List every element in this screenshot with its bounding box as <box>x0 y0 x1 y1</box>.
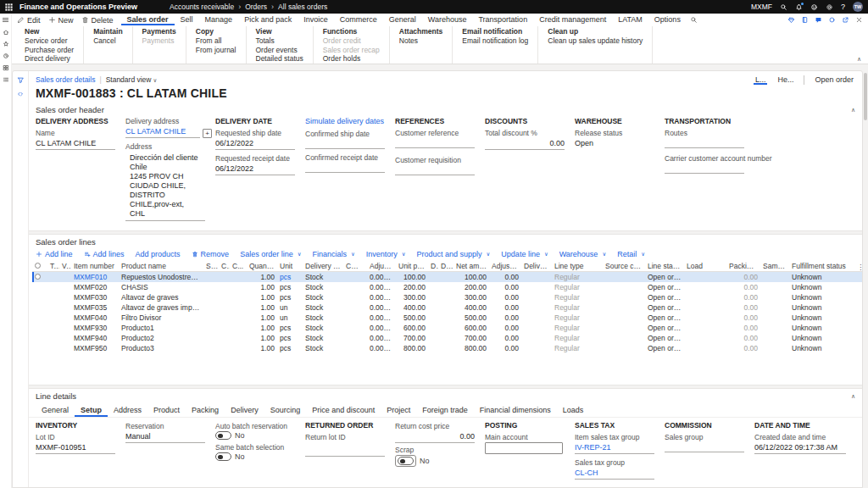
routes-field[interactable] <box>665 138 744 148</box>
action-cancel[interactable]: Cancel <box>93 36 122 46</box>
action-totals[interactable]: Totals <box>256 36 303 46</box>
menu-tab-manage[interactable]: Manage <box>199 14 239 25</box>
lot-id-field[interactable]: MXMF-010951 <box>36 442 115 454</box>
column-header-unit-price[interactable]: Unit price <box>396 261 428 271</box>
delivery-address-field[interactable]: CL LATAM CHILE <box>125 126 200 138</box>
menu-tab-transportation[interactable]: Transportation <box>472 14 533 25</box>
form-caption-link[interactable]: Sales order details <box>36 75 95 84</box>
sales-tax-group-field[interactable]: CL-CH <box>575 468 654 480</box>
simulate-delivery-dates-link[interactable]: Simulate delivery dates <box>305 117 392 126</box>
new-button[interactable]: New <box>48 16 74 25</box>
lines-toolbar-update-line[interactable]: Update line∨ <box>501 250 548 258</box>
close-icon[interactable] <box>855 16 863 24</box>
action-order-events[interactable]: Order events <box>256 46 303 55</box>
menu-tab-invoice[interactable]: Invoice <box>298 14 334 25</box>
breadcrumb-orders[interactable]: Orders <box>245 3 267 11</box>
return-cost-price-field[interactable]: 0.00 <box>395 431 475 443</box>
lines-toolbar-retail[interactable]: Retail∨ <box>617 250 645 258</box>
same-batch-toggle[interactable]: No <box>215 452 302 461</box>
action-service-order[interactable]: Service order <box>25 36 74 46</box>
refresh-icon[interactable] <box>828 16 836 24</box>
menu-tab-options[interactable]: Options <box>648 14 687 25</box>
environment-label[interactable]: MXMF <box>751 3 772 11</box>
column-header-source-code[interactable]: Source code <box>603 261 645 271</box>
column-header-fulfillment-status[interactable]: Fulfillment status <box>789 261 857 271</box>
requested-receipt-date-field[interactable]: 06/12/2022 <box>215 164 295 175</box>
sales-line-row-mxmf030[interactable]: MXMF030Altavoz de graves1.00pcsStock0.00… <box>32 292 862 302</box>
customer-reference-field[interactable] <box>395 138 475 148</box>
row-select-radio[interactable] <box>35 274 41 280</box>
column-header-unit[interactable]: Unit <box>277 261 303 271</box>
column-header-adjusted-n[interactable]: Adjusted n... <box>489 261 521 271</box>
scrollbar-thumb[interactable] <box>864 73 867 120</box>
favorites-star-icon[interactable] <box>3 41 9 47</box>
sales-group-field[interactable] <box>665 442 744 452</box>
grid-options-icon[interactable]: ⋮ <box>857 263 863 271</box>
details-tab-delivery[interactable]: Delivery <box>225 404 264 417</box>
menu-tab-pick-and-pack[interactable]: Pick and pack <box>238 14 298 25</box>
filter-icon[interactable] <box>17 76 25 84</box>
sales-line-row-mxmf035[interactable]: MXMF035Altavoz de graves import...1.00un… <box>32 302 862 313</box>
view-selector[interactable]: Standard view∨ <box>106 75 158 84</box>
edit-button[interactable]: Edit <box>17 16 41 25</box>
breadcrumb-all-sales-orders[interactable]: All sales orders <box>278 3 327 11</box>
menu-tab-sales-order[interactable]: Sales order <box>121 14 175 25</box>
column-header-load[interactable]: Load <box>684 261 726 271</box>
modules-icon[interactable] <box>3 76 9 83</box>
column-header-v[interactable]: V... <box>59 261 71 271</box>
lines-toolbar-inventory[interactable]: Inventory∨ <box>366 250 406 258</box>
feedback-smiley-icon[interactable] <box>810 3 818 11</box>
column-header-line-type[interactable]: Line type <box>552 261 603 271</box>
details-tab-general[interactable]: General <box>36 404 75 417</box>
customer-requisition-field[interactable] <box>395 165 475 175</box>
sales-line-row-mxmf010[interactable]: MXMF010Repuestos Unodostrescua...1.00pcs… <box>32 272 862 282</box>
column-header-same-batc[interactable]: Same batc... <box>760 261 789 271</box>
created-date-field[interactable]: 06/12/2022 09:17:38 AM <box>754 442 846 454</box>
recent-clock-icon[interactable] <box>3 53 9 59</box>
open-order-button[interactable]: Open order <box>813 75 855 85</box>
settings-gear-icon[interactable] <box>826 3 833 11</box>
sales-line-row-mxmf950[interactable]: MXMF950Producto31.00pcsStock0.00000800.0… <box>32 343 862 353</box>
details-tab-project[interactable]: Project <box>381 404 416 417</box>
item-sales-tax-group-field[interactable]: IV-REP-21 <box>575 442 654 454</box>
column-header-packing-qu[interactable]: Packing qu... <box>726 261 760 271</box>
sales-line-row-mxmf020[interactable]: MXMF020CHASIS1.00pcsStock0.00000200.0020… <box>32 282 862 292</box>
total-discount-field[interactable]: 0.00 <box>485 138 565 150</box>
hamburger-menu-icon[interactable] <box>2 16 9 24</box>
main-account-input[interactable] <box>485 442 563 454</box>
search-icon[interactable] <box>780 3 787 11</box>
lines-view-button[interactable]: L... <box>754 75 768 85</box>
action-clean-up-sales-update-history[interactable]: Clean up sales update history <box>548 36 643 46</box>
workspaces-icon[interactable] <box>3 64 9 71</box>
collapse-section-icon[interactable]: ∧ <box>851 393 855 400</box>
column-header-deliver-now[interactable]: Deliver now <box>521 261 552 271</box>
column-header-product-name[interactable]: Product name <box>119 261 203 271</box>
auto-batch-toggle[interactable]: No <box>215 431 302 440</box>
lines-toolbar-financials[interactable]: Financials∨ <box>312 250 354 258</box>
details-tab-product[interactable]: Product <box>147 404 186 417</box>
column-header-sal[interactable]: Sal... <box>203 261 219 271</box>
column-header-delivery-type[interactable]: Delivery type <box>303 261 343 271</box>
confirmed-receipt-date-field[interactable] <box>305 163 385 173</box>
column-header-dis[interactable]: Dis... <box>438 261 453 271</box>
lines-toolbar-add-line[interactable]: Add line <box>36 250 73 258</box>
menu-tab-sell[interactable]: Sell <box>175 14 199 25</box>
task-guide-icon[interactable] <box>801 16 809 24</box>
action-direct-delivery[interactable]: Direct delivery <box>25 54 74 64</box>
column-header-item-number[interactable]: Item number <box>71 261 119 271</box>
action-email-notification-log[interactable]: Email notification log <box>462 36 528 46</box>
avatar[interactable]: TW <box>853 2 863 12</box>
chat-copilot-icon[interactable] <box>815 16 822 24</box>
personalize-gem-icon[interactable] <box>787 16 795 24</box>
column-header-adjust[interactable]: Adjust... <box>367 261 396 271</box>
vertical-scrollbar[interactable] <box>864 73 867 483</box>
confirmed-ship-date-field[interactable] <box>305 139 385 149</box>
requested-ship-date-field[interactable]: 06/12/2022 <box>215 138 295 150</box>
details-tab-loads[interactable]: Loads <box>557 404 590 417</box>
home-icon[interactable] <box>3 29 9 36</box>
details-tab-financial-dimensions[interactable]: Financial dimensions <box>474 404 557 417</box>
lines-toolbar-product-and-supply[interactable]: Product and supply∨ <box>417 250 491 258</box>
scrap-toggle[interactable]: No <box>395 455 481 467</box>
menu-tab-warehouse[interactable]: Warehouse <box>422 14 473 25</box>
waffle-menu-icon[interactable] <box>4 3 14 12</box>
